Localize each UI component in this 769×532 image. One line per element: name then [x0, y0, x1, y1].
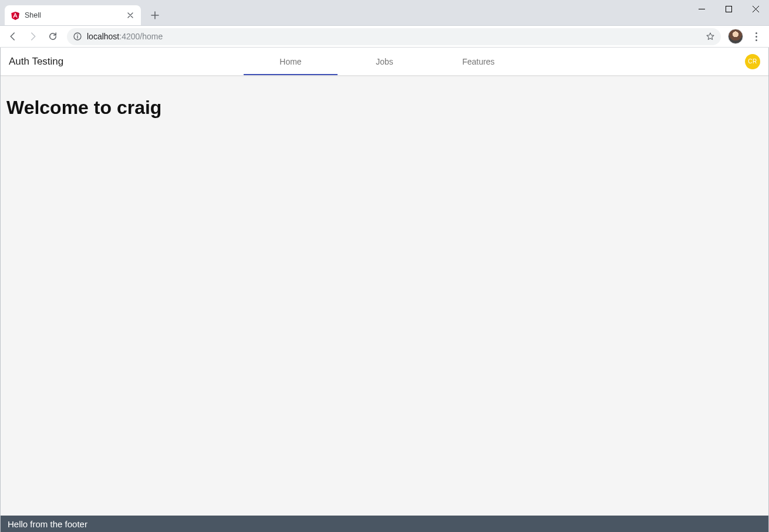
tab-features[interactable]: Features — [431, 48, 525, 75]
app-header: Auth Testing Home Jobs Features CR — [1, 48, 768, 76]
browser-tab[interactable]: Shell — [5, 5, 141, 25]
window-close-button[interactable] — [742, 0, 769, 18]
tab-home[interactable]: Home — [244, 48, 338, 75]
window-controls — [688, 0, 769, 18]
svg-point-5 — [77, 35, 78, 36]
page-heading: Welcome to craig — [6, 97, 763, 119]
bookmark-star-icon[interactable] — [706, 32, 715, 41]
address-bar[interactable]: localhost:4200/home — [67, 28, 721, 45]
close-icon[interactable] — [126, 11, 135, 20]
angular-icon — [11, 11, 20, 20]
maximize-button[interactable] — [715, 0, 742, 18]
browser-titlebar: Shell — [0, 0, 769, 26]
main-content: Welcome to craig — [1, 76, 768, 516]
minimize-button[interactable] — [688, 0, 715, 18]
reload-button[interactable] — [43, 27, 62, 46]
header-right: CR — [745, 48, 768, 75]
svg-rect-2 — [726, 6, 731, 12]
browser-toolbar: localhost:4200/home — [0, 26, 769, 48]
browser-profile-avatar[interactable] — [728, 29, 743, 44]
forward-button[interactable] — [23, 27, 42, 46]
nav-tabs: Home Jobs Features — [1, 48, 768, 75]
browser-tab-title: Shell — [25, 11, 121, 19]
browser-menu-button[interactable] — [747, 27, 765, 46]
tab-jobs[interactable]: Jobs — [338, 48, 431, 75]
user-avatar-chip[interactable]: CR — [745, 54, 760, 69]
address-bar-url: localhost:4200/home — [87, 32, 701, 41]
brand-title: Auth Testing — [1, 48, 72, 75]
browser-tabstrip: Shell — [0, 0, 163, 25]
site-info-icon[interactable] — [73, 32, 82, 41]
kebab-icon — [755, 32, 757, 41]
new-tab-button[interactable] — [147, 7, 163, 23]
nav-tab-label: Features — [462, 57, 494, 66]
page: Auth Testing Home Jobs Features CR Welco… — [0, 48, 769, 532]
footer-text: Hello from the footer — [8, 519, 87, 529]
app-footer: Hello from the footer — [1, 516, 768, 532]
back-button[interactable] — [4, 27, 22, 46]
nav-tab-label: Jobs — [376, 57, 393, 66]
nav-tab-label: Home — [279, 57, 301, 66]
